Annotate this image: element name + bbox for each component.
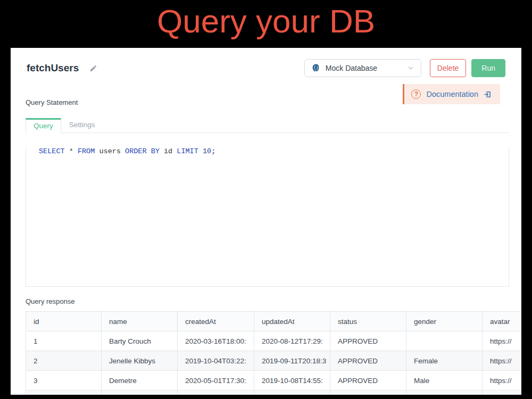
table-cell: https://: [483, 351, 522, 371]
run-button[interactable]: Run: [471, 59, 505, 77]
table-cell: Jenelle Kibbys: [102, 351, 178, 371]
column-header-name: name: [102, 312, 178, 331]
postgres-elephant-icon: [311, 63, 321, 73]
table-cell: 2020-08-12T17:43:: [254, 390, 330, 395]
documentation-link[interactable]: Documentation: [426, 90, 478, 98]
chevron-down-icon: [407, 64, 414, 72]
table-cell: Male: [406, 371, 483, 390]
table-cell: 2020-03-16T18:00:: [178, 331, 254, 351]
table-cell: 2019-10-04T03:22:: [178, 351, 254, 371]
table-cell: 2020-08-12T17:29:: [254, 331, 330, 351]
table-cell: APPROVED: [330, 351, 406, 371]
question-circle-icon: ?: [411, 89, 421, 99]
sql-code-line[interactable]: SELECT * FROM users ORDER BY id LIMIT 10…: [39, 147, 509, 155]
table-row: 2Jenelle Kibbys2019-10-04T03:22:2019-09-…: [26, 351, 522, 371]
column-header-gender: gender: [406, 312, 483, 331]
table-cell: https://: [483, 371, 522, 390]
query-panel: fetchUsers Mock Database: [11, 48, 521, 395]
column-header-status: status: [330, 312, 406, 331]
table-cell: Barty Crouch: [102, 331, 178, 351]
table-cell: 2019-10-08T14:55:: [254, 371, 330, 390]
table-cell: Female: [406, 351, 483, 371]
panel-header: fetchUsers Mock Database: [11, 48, 521, 77]
table-row: 3Demetre2020-05-01T17:30:2019-10-08T14:5…: [26, 371, 522, 390]
table-cell: [406, 331, 483, 351]
documentation-banner[interactable]: ? Documentation: [403, 84, 500, 104]
table-cell: APPROVED: [330, 331, 406, 351]
table-row: 1Barty Crouch2020-03-16T18:00:2020-08-12…: [26, 331, 522, 351]
editor-tabs: Query Settings: [26, 118, 509, 133]
column-header-updatedAt: updatedAt: [254, 312, 330, 331]
table-cell: 2019-12-30T03:54:: [178, 390, 254, 395]
sql-editor[interactable]: SELECT * FROM users ORDER BY id LIMIT 10…: [26, 147, 509, 287]
column-header-createdAt: createdAt: [178, 312, 254, 331]
page-title: Query your DB: [0, 2, 532, 40]
response-table-container: idnamecreatedAtupdatedAtstatusgenderavat…: [26, 311, 521, 395]
header-controls: Mock Database Delete Run: [304, 59, 505, 77]
table-header-row: idnamecreatedAtupdatedAtstatusgenderavat…: [26, 312, 522, 331]
table-cell: 2020-05-01T17:30:: [178, 371, 254, 390]
delete-button[interactable]: Delete: [430, 59, 466, 77]
table-row: 4Currey2019-12-30T03:54:2020-08-12T17:43…: [26, 390, 522, 395]
table-cell: 4: [26, 390, 102, 395]
database-selector-value: Mock Database: [326, 64, 377, 72]
table-cell: Demetre: [102, 371, 178, 390]
tab-settings[interactable]: Settings: [61, 118, 103, 132]
table-cell: APPROVED: [330, 371, 406, 390]
table-cell: 2: [26, 351, 102, 371]
response-table: idnamecreatedAtupdatedAtstatusgenderavat…: [26, 311, 521, 395]
column-header-id: id: [26, 312, 102, 331]
database-selector[interactable]: Mock Database: [304, 59, 421, 77]
column-header-avatar: avatar: [483, 312, 522, 331]
open-doc-icon: [484, 90, 492, 98]
table-cell: Female: [406, 390, 483, 395]
edit-pencil-icon[interactable]: [89, 64, 97, 72]
table-cell: https://: [483, 390, 522, 395]
query-name: fetchUsers: [27, 62, 79, 74]
table-cell: 1: [26, 331, 102, 351]
table-cell: 3: [26, 371, 102, 390]
table-cell: https://: [483, 331, 522, 351]
table-cell: Currey: [102, 390, 178, 395]
table-cell: 2019-09-11T20:18:3: [254, 351, 330, 371]
query-name-wrap: fetchUsers: [27, 62, 97, 74]
tab-query[interactable]: Query: [26, 118, 61, 133]
query-response-label: Query response: [26, 297, 521, 305]
table-cell: APPROVED: [330, 390, 406, 395]
